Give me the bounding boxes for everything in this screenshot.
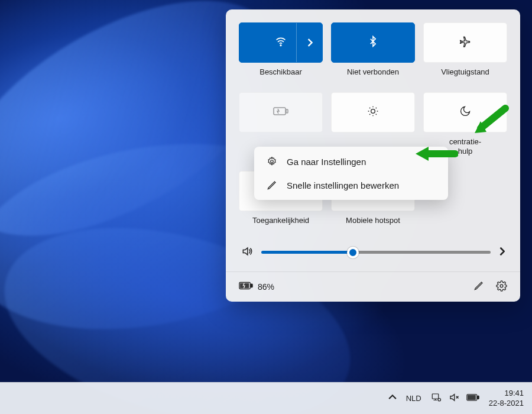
wifi-label: Beschikbaar: [259, 67, 302, 78]
battery-saver-tile[interactable]: [239, 92, 323, 132]
svg-point-6: [271, 160, 274, 163]
pencil-icon: [265, 180, 278, 190]
svg-rect-8: [251, 284, 252, 287]
wifi-expand-chevron[interactable]: [296, 23, 322, 62]
quick-settings-panel: Beschikbaar Niet verbonden Vliegtuigstan…: [226, 9, 520, 302]
clock-time: 19:41: [489, 389, 524, 399]
svg-rect-1: [274, 108, 286, 115]
volume-muted-icon: [449, 392, 459, 405]
settings-button[interactable]: [496, 280, 507, 293]
volume-thumb[interactable]: [347, 247, 359, 258]
clock-date: 22-8-2021: [489, 399, 524, 409]
brightness-tile[interactable]: [331, 92, 415, 132]
edit-button[interactable]: [473, 280, 484, 293]
airplane-tile[interactable]: [423, 22, 507, 63]
airplane-icon: [459, 35, 471, 50]
battery-charging-icon: [239, 281, 253, 292]
brightness-icon: [367, 105, 379, 119]
tray-overflow-chevron[interactable]: [388, 393, 397, 403]
moon-icon: [459, 105, 471, 119]
svg-rect-14: [477, 396, 479, 399]
bluetooth-tile[interactable]: [331, 22, 415, 63]
wifi-icon: [275, 35, 287, 50]
svg-point-3: [371, 109, 375, 114]
volume-row: [241, 245, 505, 260]
svg-rect-2: [286, 109, 288, 113]
annotation-arrow: [411, 142, 458, 166]
airplane-label: Vliegtuigstand: [441, 67, 489, 78]
wifi-tile[interactable]: [239, 22, 323, 63]
system-tray[interactable]: [431, 392, 479, 405]
bluetooth-label: Niet verbonden: [347, 67, 399, 78]
speaker-icon[interactable]: [241, 245, 253, 260]
battery-percent-text: 86%: [258, 282, 274, 292]
hotspot-label: Mobiele hotspot: [346, 216, 400, 227]
clock-area[interactable]: 19:41 22-8-2021: [489, 389, 524, 409]
accessibility-label: Toegankelijkheid: [252, 216, 309, 227]
menu-edit-quick-settings-label: Snelle instellingen bewerken: [287, 180, 399, 190]
taskbar: NLD 19:41 22-8-2021: [0, 382, 532, 414]
volume-expand-chevron[interactable]: [499, 247, 505, 258]
battery-tray-icon: [466, 393, 479, 403]
svg-point-0: [280, 45, 281, 46]
bluetooth-icon: [367, 35, 379, 50]
svg-point-12: [438, 399, 441, 402]
svg-rect-11: [432, 394, 439, 399]
menu-edit-quick-settings[interactable]: Snelle instellingen bewerken: [257, 173, 445, 197]
volume-slider[interactable]: [261, 251, 491, 254]
annotation-arrow: [470, 104, 511, 139]
svg-rect-15: [468, 396, 475, 400]
panel-footer: 86%: [226, 271, 520, 302]
svg-point-10: [500, 284, 503, 287]
menu-go-to-settings-label: Ga naar Instellingen: [287, 157, 366, 167]
gear-icon: [265, 156, 278, 167]
network-icon: [431, 392, 442, 405]
language-indicator[interactable]: NLD: [406, 394, 421, 403]
battery-saver-icon: [273, 106, 288, 119]
quick-settings-grid: Beschikbaar Niet verbonden Vliegtuigstan…: [239, 22, 507, 235]
